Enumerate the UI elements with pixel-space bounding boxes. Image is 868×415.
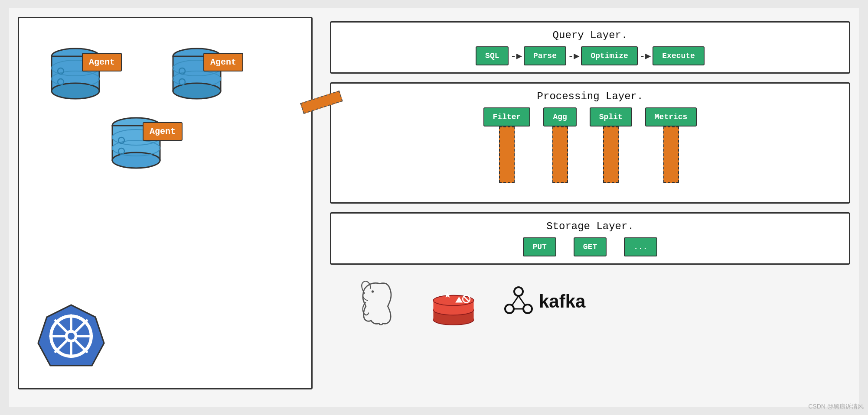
proc-item-agg: Agg — [543, 107, 576, 183]
watermark: CSDN @黑痕诉清风 — [808, 403, 864, 411]
storage-layer-title: Storage Layer. — [342, 220, 839, 232]
redis-logo — [430, 278, 477, 325]
svg-point-33 — [68, 333, 75, 340]
svg-point-34 — [372, 290, 374, 293]
orange-bar-agg — [552, 126, 568, 183]
arrow-2: -▶ — [568, 50, 579, 62]
proc-box-split: Split — [590, 107, 632, 126]
db-agent-group-1: Agent — [45, 44, 106, 107]
orange-bar-metrics — [663, 126, 679, 183]
orange-bar-split — [603, 126, 619, 183]
proc-box-metrics: Metrics — [645, 107, 697, 126]
query-layer-box: Query Layer. SQL -▶ Parse -▶ Optimize -▶… — [330, 21, 850, 74]
storage-layer-box: Storage Layer. PUT GET ... — [330, 212, 850, 265]
main-container: Agent Agent — [9, 8, 859, 407]
proc-item-metrics: Metrics — [645, 107, 697, 183]
svg-point-45 — [505, 305, 514, 313]
processing-layer-box: Processing Layer. Filter Agg Split — [330, 82, 850, 204]
svg-point-9 — [173, 83, 221, 99]
kafka-text: kafka — [539, 291, 585, 312]
agent-badge-1: Agent — [82, 53, 122, 71]
step-parse: Parse — [524, 46, 566, 65]
svg-line-47 — [512, 296, 519, 305]
processing-steps: Filter Agg Split Metrics — [342, 107, 839, 183]
agent-badge-2: Agent — [203, 53, 243, 71]
right-panel: Query Layer. SQL -▶ Parse -▶ Optimize -▶… — [330, 17, 850, 398]
svg-point-46 — [523, 305, 532, 313]
bottom-logos: kafka — [330, 278, 850, 325]
kafka-icon — [503, 286, 534, 317]
proc-item-filter: Filter — [483, 107, 531, 183]
processing-layer-title: Processing Layer. — [342, 91, 839, 102]
svg-line-48 — [519, 296, 525, 305]
query-steps: SQL -▶ Parse -▶ Optimize -▶ Execute — [342, 46, 839, 65]
query-layer-title: Query Layer. — [342, 29, 839, 41]
step-execute: Execute — [653, 46, 705, 65]
kafka-logo: kafka — [503, 286, 585, 317]
svg-point-2 — [52, 83, 99, 99]
agent-badge-3: Agent — [143, 122, 183, 141]
step-get: GET — [574, 237, 607, 256]
kubernetes-logo — [36, 302, 106, 371]
db-agent-group-2: Agent — [166, 44, 227, 107]
proc-box-agg: Agg — [543, 107, 576, 126]
db-agent-group-3: Agent — [106, 113, 166, 176]
step-optimize: Optimize — [581, 46, 637, 65]
svg-point-16 — [112, 152, 160, 168]
step-ellipsis: ... — [624, 237, 657, 256]
proc-item-split: Split — [590, 107, 632, 183]
left-panel: Agent Agent — [18, 17, 313, 389]
step-put: PUT — [523, 237, 556, 256]
postgresql-logo — [356, 278, 404, 325]
arrow-3: -▶ — [640, 50, 651, 62]
storage-steps: PUT GET ... — [342, 237, 839, 256]
svg-point-44 — [514, 287, 523, 296]
orange-bar-filter — [499, 126, 515, 183]
arrow-1: -▶ — [510, 50, 522, 62]
proc-box-filter: Filter — [483, 107, 531, 126]
step-sql: SQL — [476, 46, 509, 65]
